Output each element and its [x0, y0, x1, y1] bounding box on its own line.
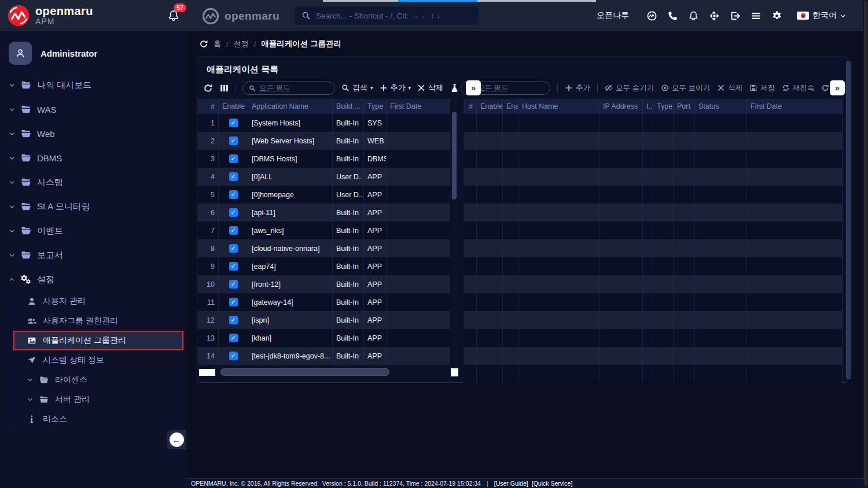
application-table-hscrollbar[interactable] [198, 368, 458, 376]
row-checkbox[interactable]: ✓ [229, 280, 238, 289]
sidebar-item[interactable]: 라이센스 [13, 370, 186, 390]
row-checkbox[interactable]: ✓ [229, 334, 238, 342]
row-checkbox[interactable]: ✓ [229, 172, 238, 181]
footer-link[interactable]: [User Guide] [494, 480, 528, 487]
global-search-input[interactable] [316, 12, 472, 20]
app-logo[interactable]: openmaru APM [7, 4, 93, 27]
table-row[interactable]: 4✓[0]ALLUser D...APP [198, 168, 450, 186]
breadcrumb-home[interactable]: 홈 [214, 39, 221, 49]
language-selector[interactable]: 한국어 [812, 10, 837, 21]
sidebar-item[interactable]: 사용자그룹 권한관리 [13, 311, 186, 331]
row-checkbox[interactable]: ✓ [229, 154, 238, 163]
toolbar-flask-button[interactable] [450, 83, 459, 93]
sidebar-item[interactable]: 시스템 상태 정보 [13, 350, 186, 370]
global-search[interactable] [294, 6, 479, 25]
sidebar-item[interactable]: WAS [0, 97, 186, 121]
toolbar-eye-slash-button[interactable]: 모두 숨기기 [605, 83, 654, 93]
sidebar-item[interactable]: 리소스 [13, 409, 186, 429]
column-header[interactable]: First Date [387, 99, 450, 114]
refresh-icon[interactable] [199, 39, 208, 49]
column-header[interactable]: Status [695, 99, 747, 114]
sidebar-collapse-button[interactable]: ← [167, 430, 186, 449]
column-header[interactable]: # [198, 99, 219, 114]
sidebar-item[interactable]: 시스템 [0, 170, 186, 194]
sidebar-item[interactable]: 나의 대시보드 [0, 73, 186, 97]
toolbar-target-button[interactable]: 모두 보이기 [661, 83, 710, 93]
phone-icon[interactable] [667, 10, 678, 21]
column-header[interactable]: Enable [219, 99, 248, 114]
column-header[interactable]: Port [674, 99, 695, 114]
toolbar-sync-button[interactable]: 재접속 [782, 83, 815, 93]
row-checkbox[interactable]: ✓ [229, 208, 238, 217]
column-header[interactable]: I... [643, 99, 653, 114]
menu-icon[interactable] [751, 10, 762, 21]
row-checkbox[interactable]: ✓ [229, 190, 238, 199]
table-filter-input[interactable] [242, 82, 335, 95]
table-row[interactable]: 7✓[aws_nks]Built-InAPP [198, 221, 450, 239]
column-header[interactable]: Type [364, 99, 387, 114]
row-checkbox[interactable]: ✓ [229, 119, 238, 127]
toolbar-x-button[interactable]: 삭제 [717, 83, 742, 93]
row-checkbox[interactable]: ✓ [229, 352, 238, 360]
hscrollbar-left-cap[interactable] [199, 369, 215, 376]
sidebar-item[interactable]: 서버 관리 [13, 390, 186, 409]
gear-icon[interactable] [771, 10, 782, 21]
column-header[interactable]: # [464, 99, 477, 114]
table-row[interactable]: 13✓[khan]Built-InAPP [198, 329, 450, 347]
sidebar-item[interactable]: 설정 [0, 267, 186, 291]
username[interactable]: 오픈나루 [597, 10, 629, 21]
vscrollbar-thumb[interactable] [452, 112, 457, 199]
sidebar-item[interactable]: Web [0, 121, 186, 146]
table-row[interactable]: 6✓[api-11]Built-InAPP [198, 204, 450, 221]
filter-field-input[interactable] [477, 84, 544, 92]
sidebar-item[interactable]: 보고서 [0, 243, 186, 267]
notifications-bell-button[interactable]: 57 [167, 9, 181, 24]
chevron-down-icon[interactable] [840, 13, 846, 19]
table-row[interactable]: 14✓[test-jdk8-tom9-egov-8...Built-InAPP [198, 347, 450, 365]
row-checkbox[interactable]: ✓ [229, 262, 238, 271]
application-table-vscrollbar[interactable] [451, 99, 458, 368]
table-row[interactable]: 1✓[System Hosts]Built-InSYS [198, 114, 450, 132]
table-row[interactable]: 2✓[Web Server Hosts]Built-InWEB [198, 132, 450, 150]
table-row[interactable]: 3✓[DBMS Hosts]Built-InDBMS [198, 150, 450, 168]
table-row[interactable]: 10✓[front-12]Built-InAPP [198, 275, 450, 293]
column-header[interactable]: Build ... [333, 99, 364, 114]
browser-scrollbar-thumb[interactable] [864, 1, 867, 486]
sidebar-item[interactable]: 애플리케이션 그룹관리 [13, 331, 183, 350]
bell-icon[interactable] [688, 10, 699, 21]
breadcrumb-settings[interactable]: 설정 [234, 39, 249, 49]
row-checkbox[interactable]: ✓ [229, 298, 238, 306]
column-header[interactable]: Enab... [503, 99, 518, 114]
toolbar-x-button[interactable]: 삭제 [417, 83, 443, 93]
hscrollbar-thumb[interactable] [220, 368, 389, 376]
toolbar-refresh-button[interactable] [203, 83, 213, 93]
column-header[interactable]: Enable [477, 99, 503, 114]
row-checkbox[interactable]: ✓ [229, 226, 238, 235]
toolbar-save-button[interactable]: 저장 [749, 83, 775, 93]
wave-circle-icon[interactable] [646, 10, 657, 21]
sidebar-item[interactable]: 사용자 관리 [13, 291, 186, 311]
right-table-expand-button[interactable]: » [830, 80, 845, 95]
column-header[interactable]: First Date [747, 99, 843, 114]
browser-scrollbar[interactable] [863, 0, 868, 488]
column-header[interactable]: IP Address [599, 99, 643, 114]
expand-icon[interactable] [709, 10, 720, 21]
row-checkbox[interactable]: ✓ [229, 244, 238, 253]
vscrollbar-thumb[interactable] [846, 61, 851, 379]
toolbar-columns-button[interactable] [219, 83, 229, 93]
table-row[interactable]: 12✓[ispn]Built-InAPP [198, 311, 450, 329]
hscrollbar-right-cap[interactable] [451, 368, 458, 376]
left-table-expand-button[interactable]: » [466, 80, 481, 95]
row-checkbox[interactable]: ✓ [229, 316, 238, 324]
panel-vscrollbar[interactable] [845, 61, 852, 379]
table-row[interactable]: 11✓[gateway-14]Built-InAPP [198, 293, 450, 311]
footer-link[interactable]: [Quick Service] [532, 480, 573, 487]
column-header[interactable]: Host Name [518, 99, 599, 114]
sidebar-item[interactable]: 이벤트 [0, 219, 186, 243]
table-row[interactable]: 8✓[cloud-native-onnara]Built-InAPP [198, 239, 450, 257]
sidebar-item[interactable]: SLA 모니터링 [0, 194, 186, 219]
row-checkbox[interactable]: ✓ [229, 136, 238, 145]
toolbar-search-button[interactable]: 검색▾ [341, 83, 373, 93]
table-row[interactable]: 5✓[0]homepageUser D...APP [198, 186, 450, 204]
column-header[interactable]: Type [653, 99, 674, 114]
